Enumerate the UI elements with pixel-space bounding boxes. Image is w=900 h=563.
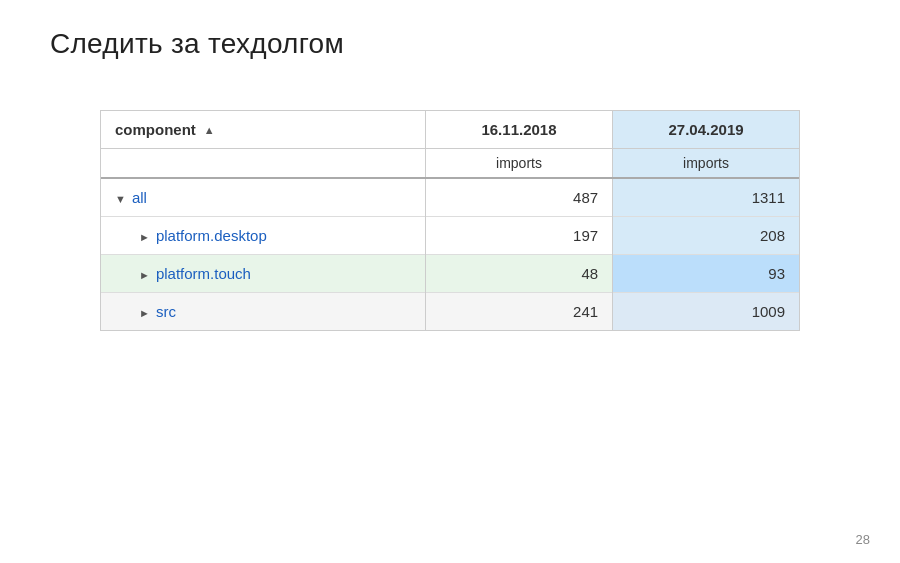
table-row: ►platform.desktop197208 [101,217,799,255]
row-val2: 1311 [613,178,799,217]
row-name-cell: ►platform.touch [101,255,425,293]
row-link[interactable]: platform.desktop [156,227,267,244]
date-header-2: 27.04.2019 [613,111,799,149]
component-header-label: component [115,121,196,138]
row-name-cell: ►platform.desktop [101,217,425,255]
row-val2: 1009 [613,293,799,331]
tree-toggle-icon[interactable]: ► [139,307,150,319]
data-table: component ▲ 16.11.2018 27.04.2019 import… [100,110,800,331]
page-title: Следить за техдолгом [50,28,344,60]
tree-toggle-icon[interactable]: ► [139,269,150,281]
row-val1: 48 [425,255,612,293]
imports-subheader-2: imports [613,149,799,179]
row-link[interactable]: src [156,303,176,320]
row-link[interactable]: all [132,189,147,206]
row-val1: 241 [425,293,612,331]
table-row: ►src2411009 [101,293,799,331]
tree-toggle-icon[interactable]: ► [139,231,150,243]
sort-icon: ▲ [204,124,215,136]
imports-subheader-1: imports [425,149,612,179]
date-header-1: 16.11.2018 [425,111,612,149]
row-val1: 487 [425,178,612,217]
row-val2: 208 [613,217,799,255]
table-row: ►platform.touch4893 [101,255,799,293]
row-name-cell: ►src [101,293,425,331]
tree-toggle-icon[interactable]: ▼ [115,193,126,205]
empty-subheader [101,149,425,179]
row-name-cell: ▼all [101,178,425,217]
table-row: ▼all4871311 [101,178,799,217]
page-number: 28 [856,532,870,547]
row-val1: 197 [425,217,612,255]
row-link[interactable]: platform.touch [156,265,251,282]
row-val2: 93 [613,255,799,293]
